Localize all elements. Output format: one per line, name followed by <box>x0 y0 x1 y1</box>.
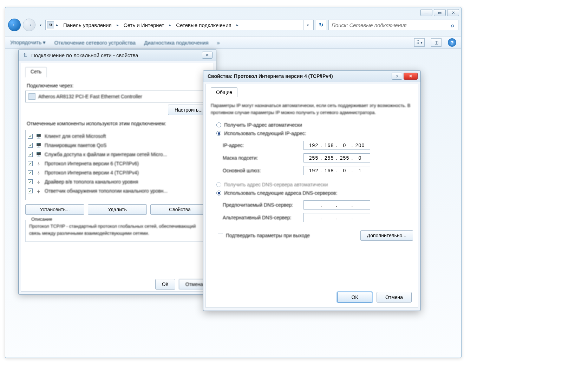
checkbox-icon[interactable]: ✓ <box>28 134 33 139</box>
components-list[interactable]: ✓🖥️Клиент для сетей Microsoft✓🖥️Планиров… <box>25 130 209 200</box>
checkbox-icon[interactable]: ✓ <box>28 143 33 148</box>
checkbox-icon[interactable]: ✓ <box>28 188 33 193</box>
explorer-titlebar: — ▭ ✕ <box>5 7 461 18</box>
help-button[interactable]: ? <box>392 73 402 80</box>
network-icon: ⇅ <box>22 52 28 58</box>
adapter-icon <box>28 93 35 100</box>
cmd-overflow[interactable]: » <box>217 40 220 46</box>
advanced-button[interactable]: Дополнительно... <box>360 230 413 241</box>
adapter-name: Atheros AR8132 PCI-E Fast Ethernet Contr… <box>38 94 142 99</box>
address-dropdown[interactable]: ▾ <box>303 20 312 30</box>
radio-icon <box>216 122 221 127</box>
component-label: Протокол Интернета версии 4 (TCP/IPv4) <box>45 170 139 175</box>
component-item[interactable]: ✓🖥️Клиент для сетей Microsoft <box>28 132 207 141</box>
explorer-navbar: ← → ▾ 🖳 ▸ Панель управления ▸ Сеть и Инт… <box>5 18 461 32</box>
component-label: Протокол Интернета версии 6 (TCP/IPv6) <box>45 161 139 166</box>
checkbox-icon[interactable]: ✓ <box>28 152 33 157</box>
command-bar: Упорядочить ▾ Отключение сетевого устрой… <box>5 36 461 49</box>
component-label: Планировщик пакетов QoS <box>45 142 106 148</box>
radio-dns-manual[interactable]: Использовать следующие адреса DNS-сервер… <box>216 190 413 196</box>
chevron-right-icon[interactable]: ▸ <box>168 23 172 27</box>
dialog-title: Свойства: Протокол Интернета версии 4 (T… <box>206 73 392 79</box>
checkbox-icon[interactable]: ✓ <box>28 170 33 175</box>
description-text: Протокол TCP/IP - стандартный протокол г… <box>29 223 205 237</box>
chevron-right-icon[interactable]: ▸ <box>115 23 120 27</box>
input-alternate-dns[interactable]: ... <box>303 213 370 222</box>
radio-ip-manual[interactable]: Использовать следующий IP-адрес: <box>216 131 413 136</box>
uninstall-button[interactable]: Удалить <box>88 204 147 215</box>
label-validate-on-exit: Подтвердить параметры при выходе <box>226 233 310 238</box>
input-default-gateway[interactable]: 192.168.0.1 <box>303 166 370 175</box>
component-item[interactable]: ✓⏚Ответчик обнаружения топологии канальн… <box>28 186 207 195</box>
radio-label: Использовать следующие адреса DNS-сервер… <box>224 190 337 196</box>
component-icon: ⏚ <box>35 188 42 194</box>
ok-button[interactable]: ОК <box>337 292 372 303</box>
tab-network[interactable]: Сеть <box>25 67 47 77</box>
description-box: Описание Протокол TCP/IP - стандартный п… <box>25 220 209 242</box>
chevron-right-icon[interactable]: ▸ <box>235 23 240 27</box>
component-icon: ⏚ <box>35 170 42 175</box>
close-button[interactable]: ✕ <box>202 52 213 59</box>
component-icon: 🖥️ <box>35 142 42 148</box>
refresh-button[interactable]: ↻ <box>316 20 326 30</box>
close-button[interactable]: ✕ <box>404 73 418 80</box>
component-icon: ⏚ <box>35 179 42 185</box>
close-button[interactable]: ✕ <box>447 9 459 16</box>
component-item[interactable]: ✓⏚Протокол Интернета версии 4 (TCP/IPv4) <box>28 168 207 177</box>
checkbox-validate-on-exit[interactable] <box>218 233 223 238</box>
input-preferred-dns[interactable]: ... <box>303 200 370 210</box>
breadcrumb-item[interactable]: Панель управления <box>60 22 115 28</box>
input-ip-address[interactable]: 192.168.0.200 <box>303 141 370 150</box>
chevron-right-icon[interactable]: ▸ <box>55 23 60 27</box>
tab-strip: Сеть <box>25 67 209 77</box>
adapter-box: Atheros AR8132 PCI-E Fast Ethernet Contr… <box>25 91 209 102</box>
component-icon: ⏚ <box>35 161 42 166</box>
breadcrumb-item[interactable]: Сетевые подключения <box>173 22 234 28</box>
forward-button[interactable]: → <box>23 19 35 31</box>
address-bar[interactable]: 🖳 ▸ Панель управления ▸ Сеть и Интернет … <box>45 20 314 30</box>
dialog-titlebar: ⇅ Подключение по локальной сети - свойст… <box>19 49 216 61</box>
preview-pane-button[interactable]: ◫ <box>431 38 442 47</box>
cmd-organize[interactable]: Упорядочить ▾ <box>10 39 46 46</box>
help-icon[interactable]: ? <box>448 38 456 47</box>
checkbox-icon[interactable]: ✓ <box>28 179 33 184</box>
view-options-button[interactable]: ⠿ ▾ <box>414 38 425 47</box>
intro-text: Параметры IP могут назначаться автоматич… <box>211 102 413 116</box>
search-icon[interactable]: ⌕ <box>449 21 456 28</box>
component-icon: 🖥️ <box>35 152 42 157</box>
input-subnet-mask[interactable]: 255.255.255.0 <box>303 153 370 162</box>
search-box[interactable]: ⌕ <box>328 20 458 30</box>
dialog-body: Общие Параметры IP могут назначаться авт… <box>205 84 418 308</box>
tab-general[interactable]: Общие <box>211 87 237 97</box>
nav-history-dropdown[interactable]: ▾ <box>38 20 43 30</box>
dialog-titlebar: Свойства: Протокол Интернета версии 4 (T… <box>203 71 420 82</box>
radio-ip-auto[interactable]: Получить IP-адрес автоматически <box>216 122 413 128</box>
radio-label: Использовать следующий IP-адрес: <box>224 131 306 136</box>
radio-label: Получить адрес DNS-сервера автоматически <box>224 182 328 187</box>
radio-label: Получить IP-адрес автоматически <box>224 122 302 128</box>
dialog-title: Подключение по локальной сети - свойства <box>31 52 202 58</box>
component-item[interactable]: ✓🖥️Служба доступа к файлам и принтерам с… <box>28 150 207 159</box>
search-input[interactable] <box>331 22 449 28</box>
properties-button[interactable]: Свойства <box>150 204 209 215</box>
component-item[interactable]: ✓⏚Протокол Интернета версии 6 (TCP/IPv6) <box>28 159 207 168</box>
breadcrumb-item[interactable]: Сеть и Интернет <box>121 22 167 28</box>
radio-icon <box>216 131 221 136</box>
label-preferred-dns: Предпочитаемый DNS-сервер: <box>223 202 303 208</box>
cancel-button[interactable]: Отмена <box>377 292 412 303</box>
ok-button[interactable]: ОК <box>155 279 175 290</box>
components-label: Отмеченные компоненты используются этим … <box>27 121 209 126</box>
cmd-diagnose[interactable]: Диагностика подключения <box>144 40 208 46</box>
component-label: Клиент для сетей Microsoft <box>45 133 106 139</box>
component-item[interactable]: ✓🖥️Планировщик пакетов QoS <box>28 141 207 150</box>
maximize-button[interactable]: ▭ <box>434 9 446 16</box>
checkbox-icon[interactable]: ✓ <box>28 161 33 166</box>
location-icon: 🖳 <box>47 21 54 28</box>
cmd-disable-device[interactable]: Отключение сетевого устройства <box>54 40 136 46</box>
minimize-button[interactable]: — <box>420 9 432 16</box>
install-button[interactable]: Установить... <box>25 204 84 215</box>
description-title: Описание <box>29 217 54 222</box>
radio-icon <box>216 182 221 187</box>
back-button[interactable]: ← <box>8 19 21 31</box>
component-item[interactable]: ✓⏚Драйвер в/в тополога канального уровня <box>28 177 207 186</box>
